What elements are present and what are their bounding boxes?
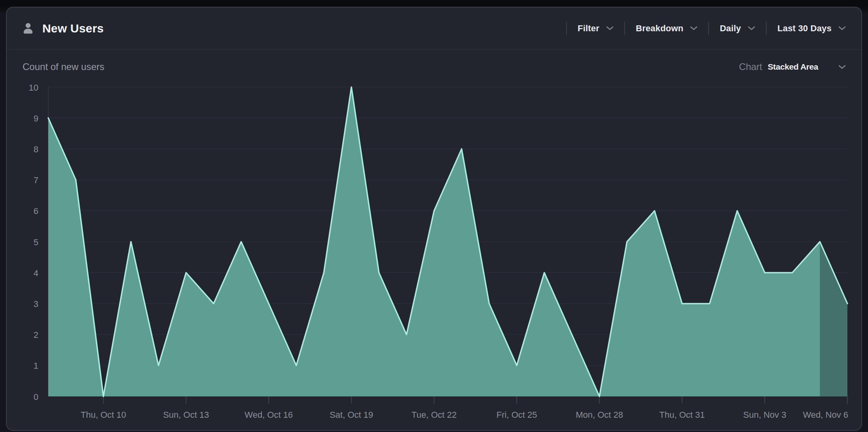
date-range-dropdown[interactable]: Last 30 Days (767, 23, 846, 34)
chevron-down-icon (690, 26, 697, 30)
chart-subheader: Count of new users Chart Stacked Area (7, 50, 861, 83)
report-title-group: New Users (23, 22, 104, 35)
breakdown-dropdown-label: Breakdown (636, 23, 683, 34)
metric-label: Count of new users (23, 61, 104, 72)
report-card: New Users Filter Breakdown Daily Last 30… (6, 7, 862, 431)
chevron-down-icon (838, 65, 846, 69)
person-icon (23, 23, 34, 34)
chart-type-value: Stacked Area (768, 62, 819, 72)
chart-type-caption: Chart (739, 61, 762, 72)
date-range-dropdown-label: Last 30 Days (777, 23, 832, 34)
interval-dropdown-label: Daily (720, 23, 741, 34)
header-controls: Filter Breakdown Daily Last 30 Days (566, 8, 846, 49)
chart-type-dropdown[interactable]: Chart Stacked Area (739, 61, 846, 72)
interval-dropdown[interactable]: Daily (709, 23, 766, 34)
report-title: New Users (42, 22, 104, 35)
report-header: New Users Filter Breakdown Daily Last 30… (7, 8, 861, 50)
filter-dropdown-label: Filter (578, 23, 599, 34)
chevron-down-icon (606, 26, 614, 30)
filter-dropdown[interactable]: Filter (567, 23, 624, 34)
chevron-down-icon (838, 26, 846, 30)
breakdown-dropdown[interactable]: Breakdown (625, 23, 708, 34)
chevron-down-icon (748, 26, 755, 30)
